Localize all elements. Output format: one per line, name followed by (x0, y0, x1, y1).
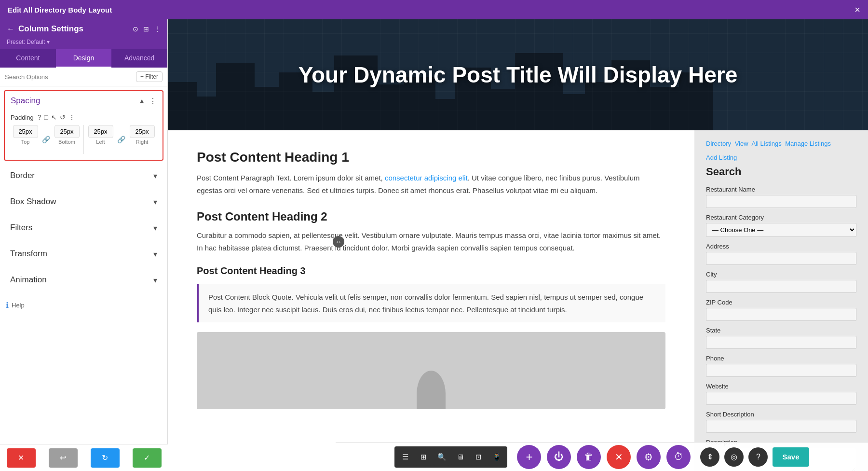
post-link[interactable]: consectetur adipiscing elit (385, 174, 468, 182)
bottom-toolbar: ☰ ⊞ 🔍 🖥 ⊡ 📱 + ⏻ 🗑 ✕ ⚙ ⏱ ⇕ ◎ ? Save (336, 442, 868, 471)
nav-manage[interactable]: Manage Listings (785, 140, 831, 147)
panel-content: Spacing ▲ ⋮ Padding ? □ ↖ ↺ (0, 86, 167, 471)
add-button[interactable]: + (517, 445, 541, 469)
tab-design[interactable]: Design (56, 49, 112, 68)
filters-title: Filters (10, 223, 32, 233)
bottom-bar: ✕ ↩ ↻ ✓ (0, 444, 168, 471)
zip-label: ZIP Code (706, 299, 856, 306)
restaurant-category-label: Restaurant Category (706, 214, 856, 221)
undo-button[interactable]: ↩ (49, 448, 78, 468)
padding-right-input[interactable] (130, 125, 155, 138)
close-button[interactable]: × (854, 4, 860, 15)
filters-header[interactable]: Filters ▾ (4, 217, 163, 238)
drag-icon: ↔ (335, 238, 342, 246)
animation-chevron-icon[interactable]: ▾ (153, 276, 157, 285)
nav-all-listings[interactable]: All Listings (752, 140, 782, 147)
building-15 (585, 82, 611, 130)
save-button[interactable]: ✓ (133, 448, 162, 468)
tabs: Content Design Advanced (0, 49, 167, 68)
help-icon[interactable]: ? (38, 113, 41, 121)
toolbar-grid-button[interactable]: ⊞ (415, 448, 432, 466)
toolbar-tablet-button[interactable]: ⊡ (470, 448, 487, 466)
building-2 (197, 97, 216, 130)
sidebar-nav: Directory View All Listings Manage Listi… (706, 140, 856, 147)
animation-header[interactable]: Animation ▾ (4, 269, 163, 291)
box-shadow-header[interactable]: Box Shadow ▾ (4, 191, 163, 212)
redo-button[interactable]: ↻ (91, 448, 120, 468)
reset-icon[interactable]: ↺ (60, 113, 66, 121)
restaurant-category-select[interactable]: — Choose One — (706, 223, 856, 237)
tab-advanced[interactable]: Advanced (111, 49, 167, 68)
layout-icon[interactable]: ⊞ (143, 25, 149, 33)
phone-input[interactable] (706, 364, 856, 377)
device-icon[interactable]: □ (44, 113, 48, 121)
restaurant-name-input[interactable] (706, 195, 856, 208)
layers-button[interactable]: ◎ (724, 447, 744, 467)
transform-header[interactable]: Transform ▾ (4, 243, 163, 264)
padding-bottom-label: Bottom (58, 139, 75, 145)
person-silhouette (417, 371, 446, 409)
website-input[interactable] (706, 392, 856, 405)
zip-input[interactable] (706, 308, 856, 321)
building-1 (168, 82, 197, 130)
phone-group: Phone (706, 355, 856, 377)
post-heading-3: Post Content Heading 3 (197, 265, 665, 277)
border-header[interactable]: Border ▾ (4, 165, 163, 186)
back-button[interactable]: ← (7, 25, 14, 33)
tab-content[interactable]: Content (0, 49, 56, 68)
timer-button[interactable]: ⏱ (666, 445, 691, 469)
post-paragraph-2: Curabitur a commodo sapien, at pellentes… (197, 229, 665, 254)
settings-button[interactable]: ⚙ (637, 445, 661, 469)
transform-chevron-icon[interactable]: ▾ (153, 249, 157, 259)
nav-directory[interactable]: Directory (706, 140, 731, 147)
transform-section: Transform ▾ (4, 243, 163, 265)
padding-top-input[interactable] (13, 125, 38, 138)
cursor-icon[interactable]: ↖ (51, 113, 57, 121)
box-shadow-chevron-icon[interactable]: ▾ (153, 197, 157, 207)
history-button[interactable]: ⇕ (700, 447, 719, 467)
border-chevron-icon[interactable]: ▾ (153, 171, 157, 180)
address-input[interactable] (706, 252, 856, 265)
nav-view[interactable]: View (735, 140, 748, 147)
help-label[interactable]: Help (12, 302, 25, 309)
target-icon[interactable]: ⊙ (133, 25, 138, 33)
spacing-collapse-icon[interactable]: ▲ (138, 97, 145, 105)
close-fab-button[interactable]: ✕ (607, 445, 631, 469)
cancel-button[interactable]: ✕ (7, 448, 36, 468)
filters-chevron-icon[interactable]: ▾ (153, 223, 157, 233)
search-input[interactable] (5, 73, 133, 81)
building-14 (563, 94, 585, 130)
spacing-dots-icon[interactable]: ⋮ (149, 97, 157, 106)
save-main-button[interactable]: Save (773, 447, 809, 467)
more-icon[interactable]: ⋮ (154, 25, 161, 33)
state-input[interactable] (706, 336, 856, 349)
preset-label[interactable]: Preset: Default ▾ (0, 39, 167, 49)
address-group: Address (706, 243, 856, 265)
toolbar-menu-button[interactable]: ☰ (396, 448, 414, 466)
box-shadow-section: Box Shadow ▾ (4, 191, 163, 213)
city-input[interactable] (706, 280, 856, 293)
city-group: City (706, 271, 856, 293)
link-left-right-icon[interactable]: 🔗 (117, 136, 125, 143)
building-6 (312, 92, 334, 130)
main-layout: ← Column Settings ⊙ ⊞ ⋮ Preset: Default … (0, 19, 868, 471)
padding-top-label: Top (21, 139, 30, 145)
toolbar-search-button[interactable]: 🔍 (433, 448, 450, 466)
filter-button[interactable]: + Filter (136, 71, 163, 82)
padding-left-input[interactable] (88, 125, 113, 138)
help-button[interactable]: ? (748, 447, 768, 467)
border-title: Border (10, 171, 35, 180)
toolbar-mobile-button[interactable]: 📱 (488, 448, 505, 466)
power-button[interactable]: ⏻ (547, 445, 571, 469)
add-listing-link[interactable]: Add Listing (706, 154, 737, 161)
toolbar-desktop-button[interactable]: 🖥 (451, 448, 469, 466)
delete-button[interactable]: 🗑 (577, 445, 601, 469)
options-icon[interactable]: ⋮ (68, 113, 75, 121)
building-12 (491, 89, 515, 130)
short-desc-input[interactable] (706, 420, 856, 433)
link-top-bottom-icon[interactable]: 🔗 (42, 136, 50, 143)
post-blockquote: Post Content Block Quote. Vehicula velit… (197, 284, 665, 322)
spacing-section-header[interactable]: Spacing ▲ ⋮ (5, 91, 163, 111)
help-area: ℹ Help (0, 295, 167, 316)
padding-bottom-input[interactable] (54, 125, 80, 138)
